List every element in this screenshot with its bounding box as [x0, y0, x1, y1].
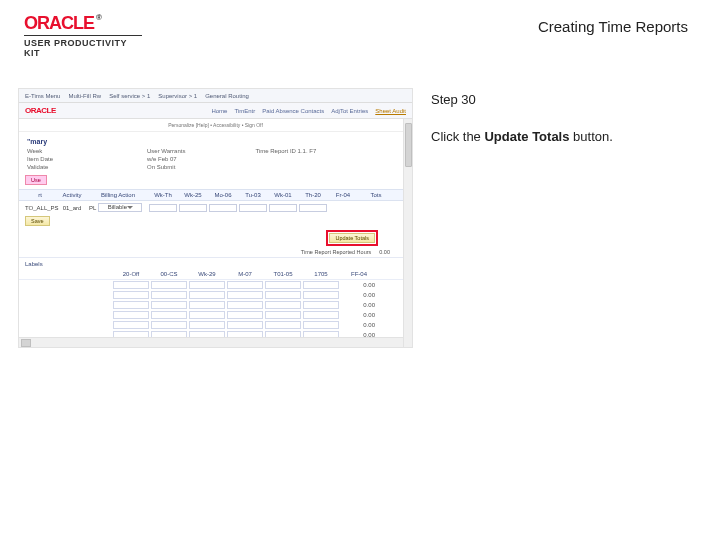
billing-dropdown[interactable]: Billable: [98, 203, 142, 212]
row-total: 0.00: [341, 302, 377, 308]
cell-rt: TO_ALL_PS: [25, 205, 55, 211]
col-head: FF-04: [341, 271, 377, 277]
label-input[interactable]: [227, 301, 263, 309]
nav-link[interactable]: Home: [211, 108, 227, 114]
instruction-suffix: button.: [569, 129, 612, 144]
update-totals-button[interactable]: Update Totals: [329, 233, 375, 243]
label-input[interactable]: [189, 311, 225, 319]
label-input[interactable]: [189, 281, 225, 289]
cell-bill: PL: [89, 205, 96, 211]
label-input[interactable]: [151, 311, 187, 319]
app-oracle-logo: ORACLE: [25, 106, 56, 115]
totals-label: Time Report Reported Hours: [301, 249, 371, 255]
row-total: 0.00: [341, 292, 377, 298]
label-input[interactable]: [151, 321, 187, 329]
col-head: Wk-29: [189, 271, 225, 277]
scrollbar-thumb[interactable]: [405, 123, 412, 167]
label-input[interactable]: [113, 311, 149, 319]
hours-input[interactable]: [149, 204, 177, 212]
tab-item[interactable]: Multi-Fill Rw: [68, 93, 101, 99]
app-subheader: Personalize [Help] • Accessibility • Sig…: [19, 119, 412, 132]
col-head: Th-20: [299, 192, 327, 198]
label-input[interactable]: [113, 321, 149, 329]
label-input[interactable]: [189, 321, 225, 329]
tab-item[interactable]: Supervisor > 1: [158, 93, 197, 99]
dept-label: Time Report ID 1.1. F7: [255, 148, 316, 154]
label-input[interactable]: [265, 291, 301, 299]
col-head: Mo-06: [209, 192, 237, 198]
tab-item[interactable]: General Routing: [205, 93, 249, 99]
label-input[interactable]: [189, 291, 225, 299]
label-input[interactable]: [303, 321, 339, 329]
col-head: Fr-04: [329, 192, 357, 198]
oracle-logo-text: ORACLE: [24, 13, 94, 33]
label-input[interactable]: [227, 281, 263, 289]
info-value: On Submit: [147, 164, 175, 170]
col-head: M-07: [227, 271, 263, 277]
label-input[interactable]: [265, 321, 301, 329]
save-button[interactable]: Save: [25, 216, 50, 226]
cell-activity: 01_ard: [57, 205, 87, 211]
col-head: T01-05: [265, 271, 301, 277]
tab-item[interactable]: E-Tims Menu: [25, 93, 60, 99]
horizontal-scrollbar[interactable]: [19, 337, 403, 347]
label-input[interactable]: [265, 281, 301, 289]
hours-input[interactable]: [209, 204, 237, 212]
user-name: "mary: [19, 132, 412, 147]
labels-grid-header: 20-Off 00-CS Wk-29 M-07 T01-05 1705 FF-0…: [19, 269, 412, 280]
label-input[interactable]: [303, 291, 339, 299]
info-label: Validate: [27, 164, 117, 170]
brand-block: ORACLE® USER PRODUCTIVITY KIT: [24, 14, 142, 58]
label-input[interactable]: [303, 311, 339, 319]
info-value: User Warrants: [147, 148, 185, 154]
brand-subline: USER PRODUCTIVITY KIT: [24, 35, 142, 58]
hours-input[interactable]: [179, 204, 207, 212]
nav-link[interactable]: TimEntr: [234, 108, 255, 114]
totals-value: 0.00: [379, 249, 390, 255]
label-input[interactable]: [303, 281, 339, 289]
label-input[interactable]: [113, 301, 149, 309]
scroll-left-icon[interactable]: [21, 339, 31, 347]
col-head: 20-Off: [113, 271, 149, 277]
labels-grid-row: 0.00: [19, 280, 412, 290]
tab-item[interactable]: Self service > 1: [109, 93, 150, 99]
time-grid-header: rt Activity Billing Action Wk-Th Wk-25 M…: [19, 189, 412, 201]
app-tabbar: E-Tims Menu Multi-Fill Rw Self service >…: [19, 89, 412, 103]
col-head: Wk-25: [179, 192, 207, 198]
label-input[interactable]: [227, 321, 263, 329]
col-head: Tu-03: [239, 192, 267, 198]
hours-input[interactable]: [269, 204, 297, 212]
vertical-scrollbar[interactable]: [403, 119, 412, 347]
step-label: Step 30: [431, 92, 696, 107]
col-head: Tots: [359, 192, 393, 198]
nav-link[interactable]: Paid Absence Contacts: [262, 108, 324, 114]
time-grid-row: TO_ALL_PS 01_ard PL Billable: [19, 201, 412, 214]
nav-link-selected[interactable]: Sheet Audit: [375, 108, 406, 114]
label-input[interactable]: [227, 311, 263, 319]
page-title: Creating Time Reports: [538, 18, 688, 35]
label-input[interactable]: [151, 281, 187, 289]
instruction-prefix: Click the: [431, 129, 484, 144]
use-chip[interactable]: Use: [25, 175, 47, 185]
label-input[interactable]: [189, 301, 225, 309]
nav-link[interactable]: AdjTot Entries: [331, 108, 368, 114]
screenshot-preview: E-Tims Menu Multi-Fill Rw Self service >…: [18, 88, 413, 348]
label-input[interactable]: [151, 301, 187, 309]
hours-input[interactable]: [239, 204, 267, 212]
registered-mark: ®: [96, 13, 101, 22]
highlight-box: Update Totals: [326, 230, 378, 246]
col-head: Wk-01: [269, 192, 297, 198]
label-input[interactable]: [303, 301, 339, 309]
label-input[interactable]: [265, 311, 301, 319]
chevron-down-icon: [127, 206, 133, 209]
oracle-logo: ORACLE®: [24, 14, 142, 32]
row-total: 0.00: [341, 322, 377, 328]
label-input[interactable]: [227, 291, 263, 299]
hours-input[interactable]: [299, 204, 327, 212]
app-nav: Home TimEntr Paid Absence Contacts AdjTo…: [211, 108, 406, 114]
label-input[interactable]: [113, 291, 149, 299]
col-head: Wk-Th: [149, 192, 177, 198]
label-input[interactable]: [151, 291, 187, 299]
label-input[interactable]: [265, 301, 301, 309]
label-input[interactable]: [113, 281, 149, 289]
